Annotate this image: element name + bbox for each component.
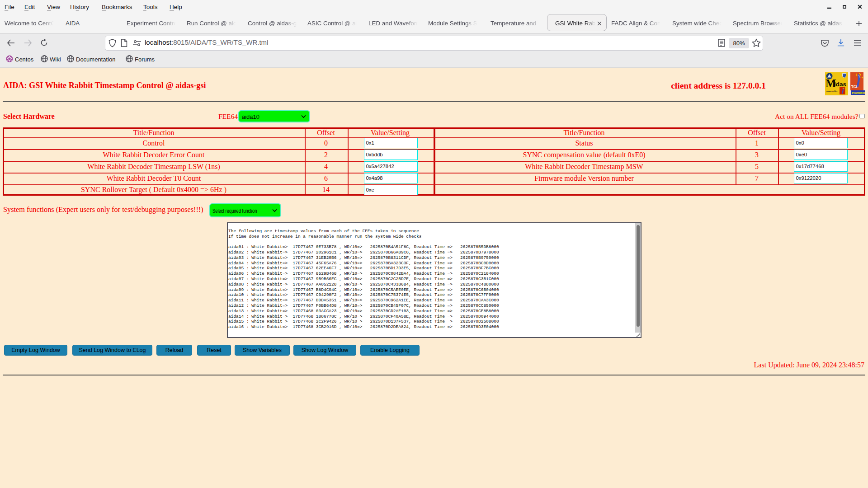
svg-text:POWERED: POWERED xyxy=(852,92,865,94)
svg-text:idas: idas xyxy=(834,81,846,88)
svg-text:powered by: powered by xyxy=(826,90,838,92)
svg-text:TCL: TCL xyxy=(851,84,859,89)
